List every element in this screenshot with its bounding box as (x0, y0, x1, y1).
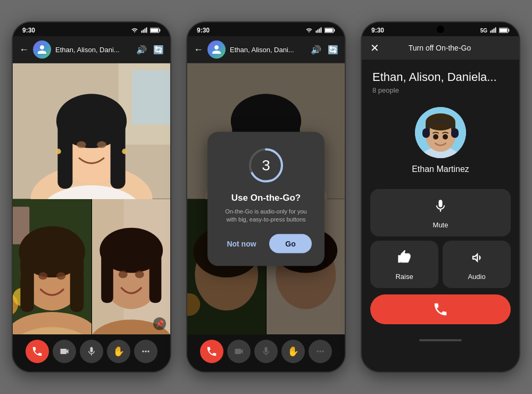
raise-icon (397, 250, 412, 268)
dialog-title: Use On-the-Go? (231, 192, 301, 203)
camera-button-2[interactable] (227, 340, 251, 363)
svg-rect-66 (491, 31, 492, 33)
dialog-buttons: Not now Go (220, 234, 312, 253)
svg-rect-81 (422, 128, 430, 138)
call-name-1: Ethan, Alison, Dani... (55, 46, 132, 54)
go-button[interactable]: Go (269, 234, 312, 253)
raise-button-3[interactable]: Raise (370, 241, 438, 288)
status-bar-3: 9:30 5G (362, 22, 519, 36)
on-the-go-dialog: 3 Use On-the-Go? On-the-Go is audio-only… (207, 132, 325, 266)
back-button-1[interactable]: ← (19, 44, 29, 55)
svg-rect-72 (500, 29, 507, 32)
signal-icon-3 (489, 27, 497, 34)
home-indicator-3 (362, 335, 519, 346)
phone3-header: ✕ Turn off On-the-Go (362, 36, 519, 60)
svg-rect-39 (101, 250, 113, 303)
svg-rect-40 (149, 250, 161, 303)
svg-point-17 (97, 141, 106, 148)
svg-point-32 (56, 272, 65, 280)
audio-button-3[interactable]: Audio (443, 241, 511, 288)
svg-point-16 (77, 141, 86, 148)
svg-rect-2 (145, 29, 146, 33)
battery-icon (150, 27, 161, 34)
call-controls-2: ✋ (187, 334, 345, 372)
mute-icon (433, 199, 448, 217)
call-header-actions-2: 🔊 🔄 (311, 45, 338, 55)
header-title-3: Turn off On-the-Go (385, 44, 495, 52)
time-3: 9:30 (371, 27, 384, 34)
close-button-3[interactable]: ✕ (370, 42, 379, 54)
svg-rect-44 (318, 30, 319, 33)
call-header-2: ← Ethan, Alison, Dani... 🔊 🔄 (187, 36, 345, 63)
end-call-icon-3 (433, 301, 448, 317)
svg-point-19 (122, 149, 127, 154)
raise-audio-row: Raise Audio (370, 241, 511, 288)
svg-rect-30 (70, 251, 84, 311)
more-button-2[interactable] (309, 340, 332, 363)
svg-rect-69 (495, 28, 496, 33)
time-1: 9:30 (22, 27, 35, 34)
group-avatar-2 (207, 40, 226, 59)
svg-rect-43 (316, 31, 317, 33)
raise-hand-button-2[interactable]: ✋ (281, 340, 305, 363)
call-controls-1: ✋ (13, 334, 170, 372)
mute-label: Mute (433, 221, 448, 229)
end-call-button-3[interactable] (370, 294, 511, 324)
svg-point-42 (135, 270, 144, 278)
svg-rect-3 (146, 28, 147, 33)
svg-rect-9 (132, 70, 170, 125)
svg-rect-45 (319, 29, 320, 33)
person-video-3 (92, 199, 171, 335)
active-person-avatar (415, 107, 466, 158)
signal-icon-2 (315, 27, 322, 34)
network-label-3: 5G (480, 28, 487, 34)
wifi-icon-2 (305, 27, 313, 34)
call-name-2: Ethan, Alison, Dani... (230, 46, 306, 54)
mic-button-2[interactable] (254, 340, 278, 363)
back-button-2[interactable]: ← (194, 44, 203, 55)
rotate-camera-icon-2[interactable]: 🔄 (328, 45, 338, 55)
mute-button-3[interactable]: Mute (370, 189, 511, 236)
home-bar-3 (419, 339, 462, 341)
signal-icon (140, 27, 148, 34)
video-bottom-right-1: 📌 (92, 199, 171, 335)
svg-rect-0 (142, 31, 143, 33)
pin-icon-1[interactable]: 📌 (153, 317, 166, 330)
speaker-icon-1[interactable]: 🔊 (136, 45, 147, 55)
svg-rect-71 (509, 29, 510, 31)
battery-icon-3 (499, 27, 510, 34)
battery-icon-2 (325, 27, 335, 34)
phone-2: 9:30 ← Ethan, Alison, Dani... 🔊 🔄 (186, 21, 346, 373)
camera-button-1[interactable] (53, 340, 76, 363)
raise-hand-button-1[interactable]: ✋ (107, 340, 130, 363)
phone3-controls: Mute Raise Audio (362, 189, 519, 288)
mute-row: Mute (370, 189, 511, 236)
video-top-1 (13, 63, 170, 199)
phone-3: 9:30 5G ✕ Turn off On-the-Go Ethan, Alis… (361, 21, 520, 373)
audio-label: Audio (468, 273, 485, 281)
end-call-button-2[interactable] (200, 340, 223, 363)
svg-rect-68 (494, 29, 495, 33)
speaker-icon-2[interactable]: 🔊 (311, 45, 321, 55)
group-avatar-1 (33, 40, 51, 59)
more-button-1[interactable] (134, 340, 157, 363)
ethan-avatar-svg (415, 107, 466, 158)
video-bottom-1: 📌 (13, 199, 170, 335)
people-count-3: 8 people (362, 86, 519, 103)
end-call-button-1[interactable] (26, 340, 49, 363)
svg-rect-1 (143, 30, 144, 33)
video-grid-2: 3 Use On-the-Go? On-the-Go is audio-only… (187, 63, 345, 334)
call-name-3: Ethan, Alison, Daniela... (362, 60, 519, 86)
video-grid-1: 📌 (13, 63, 170, 334)
person-video-1 (13, 63, 170, 199)
wifi-icon (131, 27, 138, 34)
not-now-button[interactable]: Not now (220, 234, 263, 253)
svg-rect-67 (492, 30, 493, 33)
status-bar-2: 9:30 (187, 22, 345, 36)
mic-button-1[interactable] (80, 340, 103, 363)
time-2: 9:30 (197, 27, 210, 34)
call-header-1: ← Ethan, Alison, Dani... 🔊 🔄 (13, 36, 170, 63)
rotate-camera-icon-1[interactable]: 🔄 (153, 45, 164, 55)
audio-icon (469, 250, 484, 268)
svg-point-18 (56, 149, 61, 154)
